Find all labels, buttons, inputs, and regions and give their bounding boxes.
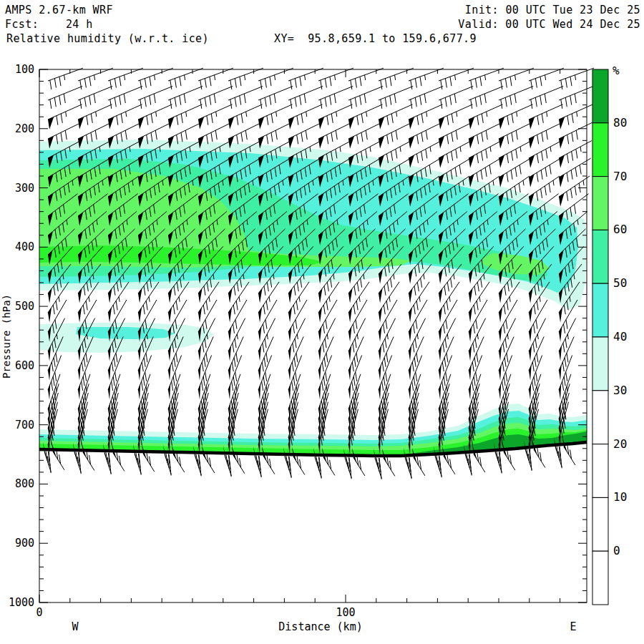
wind-barb bbox=[198, 68, 233, 89]
wind-barb bbox=[108, 87, 142, 109]
y-tick-label: 800 bbox=[15, 477, 34, 490]
wind-barb bbox=[258, 68, 293, 89]
wind-barb bbox=[288, 87, 323, 109]
wind-barb bbox=[529, 68, 564, 89]
colorbar-label: 60 bbox=[613, 223, 627, 236]
y-tick-label: 200 bbox=[15, 122, 34, 135]
colorbar-segment bbox=[592, 230, 608, 283]
wind-barb bbox=[379, 87, 413, 109]
x-tick-label: 0 bbox=[36, 606, 42, 619]
y-tick-label: 700 bbox=[15, 419, 34, 431]
colorbar bbox=[592, 69, 608, 605]
colorbar-label: 30 bbox=[613, 384, 627, 397]
wind-barb bbox=[379, 122, 412, 148]
wind-barb bbox=[409, 122, 442, 148]
wind-barb bbox=[168, 68, 203, 89]
wind-barb bbox=[559, 87, 593, 109]
wind-barb bbox=[469, 282, 489, 323]
wind-barb bbox=[78, 104, 112, 130]
wind-barb bbox=[228, 282, 249, 323]
colorbar-segment bbox=[592, 497, 608, 551]
wind-barb bbox=[529, 158, 561, 187]
wind-barb bbox=[318, 104, 353, 130]
colorbar-label: 0 bbox=[613, 544, 620, 557]
colorbar-segment bbox=[592, 177, 608, 230]
wind-barb bbox=[469, 104, 503, 130]
wind-barb bbox=[348, 122, 382, 148]
west-end-label: W bbox=[72, 620, 79, 633]
wind-barb bbox=[108, 68, 143, 89]
colorbar-units-label: % bbox=[613, 64, 620, 77]
wind-barb bbox=[318, 68, 353, 89]
wind-barb bbox=[258, 104, 293, 130]
wind-barb bbox=[288, 104, 323, 130]
wind-barb bbox=[499, 68, 534, 89]
x-axis-title: Distance (km) bbox=[278, 620, 362, 633]
cross-section-plot: 1002003004005006007008009001000010080706… bbox=[0, 0, 644, 644]
colorbar-label: 50 bbox=[613, 276, 627, 290]
colorbar-segment bbox=[592, 283, 608, 337]
wind-barb bbox=[228, 87, 263, 109]
wind-barb bbox=[138, 87, 172, 109]
wind-barb bbox=[168, 104, 203, 130]
wind-barb bbox=[258, 282, 279, 323]
wind-barb bbox=[379, 68, 414, 89]
wind-barb bbox=[499, 158, 531, 187]
y-tick-label: 600 bbox=[15, 359, 34, 372]
wind-barb bbox=[348, 87, 383, 109]
x-tick-label: 100 bbox=[336, 606, 355, 619]
wind-barb bbox=[288, 122, 322, 148]
wind-barb bbox=[439, 141, 472, 168]
colorbar-segment bbox=[592, 391, 608, 444]
wind-barb bbox=[198, 282, 219, 323]
wind-barb bbox=[469, 87, 503, 109]
wind-barb bbox=[318, 282, 339, 323]
wind-barb bbox=[198, 104, 233, 130]
y-axis-title: Pressure (hPa) bbox=[1, 294, 12, 379]
wind-barb bbox=[409, 141, 441, 168]
wind-barb bbox=[348, 282, 369, 323]
rh-shading-layer bbox=[39, 140, 587, 353]
wind-barb bbox=[409, 87, 443, 109]
wind-barb bbox=[439, 122, 472, 148]
y-tick-label: 900 bbox=[15, 537, 34, 550]
colorbar-segment bbox=[592, 123, 608, 177]
wind-barb bbox=[48, 104, 82, 130]
wind-barb bbox=[318, 87, 353, 109]
wind-barb bbox=[439, 282, 459, 323]
colorbar-label: 70 bbox=[613, 170, 627, 183]
wind-barb bbox=[138, 68, 173, 89]
wind-barb bbox=[108, 104, 142, 130]
colorbar-segment bbox=[592, 444, 608, 498]
east-end-label: E bbox=[570, 620, 576, 633]
wind-barb bbox=[318, 122, 352, 148]
y-tick-label: 400 bbox=[15, 240, 34, 253]
wind-barb bbox=[228, 104, 263, 130]
wind-barb bbox=[559, 176, 590, 207]
wind-barb bbox=[499, 282, 519, 323]
y-tick-label: 1000 bbox=[9, 596, 34, 609]
colorbar-label: 20 bbox=[613, 437, 627, 451]
wind-barb bbox=[559, 122, 592, 148]
wind-barb bbox=[469, 141, 502, 168]
y-tick-label: 100 bbox=[15, 63, 34, 76]
wind-barb bbox=[258, 122, 292, 148]
wind-barb bbox=[499, 141, 532, 168]
wind-barb bbox=[529, 87, 563, 109]
wind-barb bbox=[469, 122, 502, 148]
wind-barb bbox=[78, 68, 113, 89]
wind-barb bbox=[379, 104, 413, 130]
wind-barb bbox=[529, 122, 562, 148]
y-tick-label: 300 bbox=[15, 182, 34, 195]
wind-barb bbox=[499, 104, 533, 130]
wind-barb bbox=[78, 87, 112, 109]
wind-barb bbox=[529, 141, 562, 168]
wind-barb bbox=[379, 282, 399, 323]
colorbar-label: 10 bbox=[613, 490, 627, 504]
colorbar-label: 80 bbox=[613, 116, 627, 130]
wind-barb bbox=[499, 87, 533, 109]
wind-barb bbox=[499, 122, 532, 148]
wind-barb bbox=[198, 87, 233, 109]
wind-barb bbox=[48, 68, 83, 89]
wind-barb bbox=[409, 104, 443, 130]
